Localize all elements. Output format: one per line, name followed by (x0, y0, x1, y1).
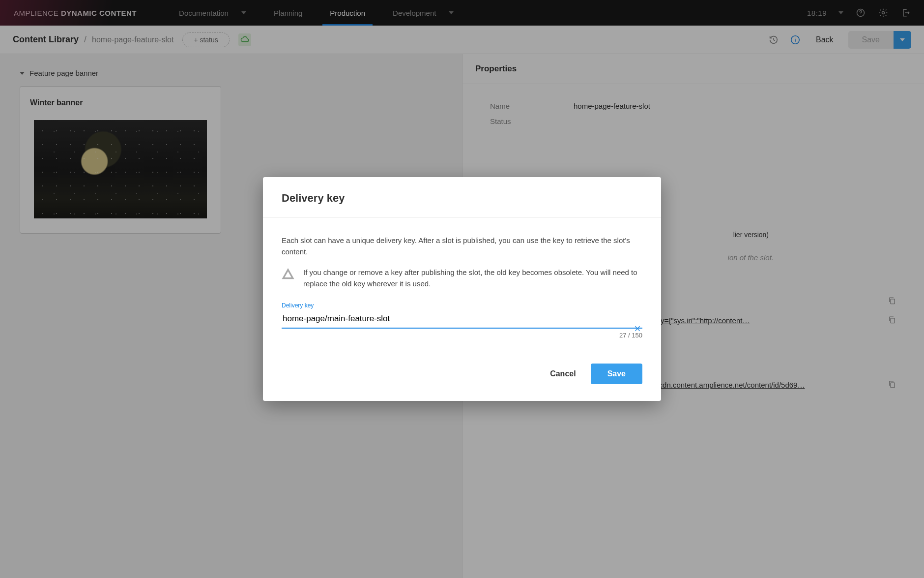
save-label: Save (607, 369, 626, 378)
modal-para-2: If you change or remove a key after publ… (303, 267, 642, 290)
modal-body: Each slot can have a unique delivery key… (263, 218, 661, 344)
delivery-key-field-wrap: Delivery key 27 / 150 (282, 302, 642, 339)
modal-warning: If you change or remove a key after publ… (282, 267, 642, 290)
delivery-key-modal: Delivery key Each slot can have a unique… (263, 177, 661, 401)
modal-header: Delivery key (263, 177, 661, 218)
warning-icon (282, 268, 295, 282)
modal-para-1: Each slot can have a unique delivery key… (282, 235, 642, 258)
save-button[interactable]: Save (591, 364, 642, 384)
cancel-button[interactable]: Cancel (550, 369, 576, 378)
modal-scrim[interactable]: Delivery key Each slot can have a unique… (0, 0, 924, 578)
cancel-label: Cancel (550, 369, 576, 378)
char-counter: 27 / 150 (282, 332, 642, 339)
delivery-key-label: Delivery key (282, 302, 642, 309)
clear-input-icon[interactable] (634, 325, 641, 334)
modal-footer: Cancel Save (263, 344, 661, 401)
modal-title: Delivery key (282, 192, 642, 205)
delivery-key-input[interactable] (282, 311, 642, 329)
